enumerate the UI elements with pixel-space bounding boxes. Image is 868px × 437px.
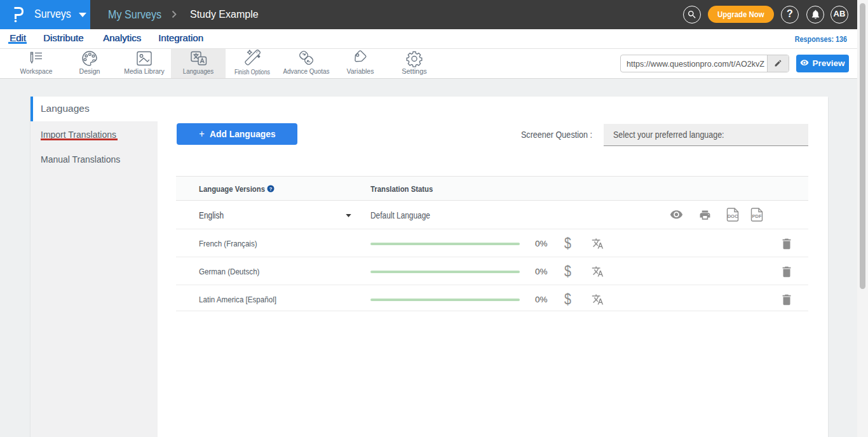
svg-text:PDF: PDF xyxy=(752,213,762,219)
svg-text:DOC: DOC xyxy=(728,213,738,219)
svg-text:?: ? xyxy=(269,186,273,192)
